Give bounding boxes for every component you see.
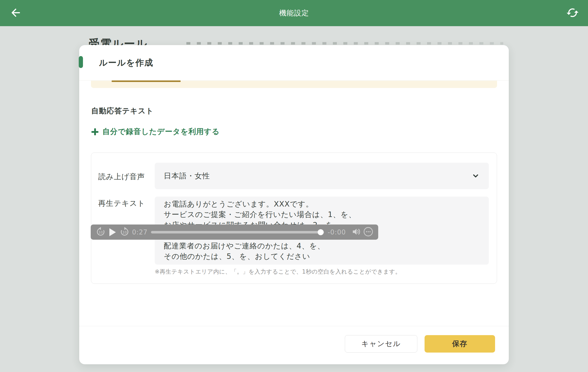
playback-text-label: 再生テキスト (98, 198, 145, 209)
svg-text:10: 10 (98, 230, 103, 234)
player-more-options-button[interactable] (362, 226, 374, 238)
modal-title: ルールを作成 (99, 57, 153, 69)
modal-body: 自動応答テキスト 自分で録音したデータを利用する 読み上げ音声 日本語・女性 再… (79, 80, 509, 326)
playback-text-note: ※再生テキストエリア内に、「。」を入力することで、1秒の空白を入れることができま… (155, 268, 401, 276)
back-button[interactable] (7, 5, 23, 21)
clipped-banner (91, 81, 497, 88)
forward-10-button[interactable]: 10 (119, 226, 131, 238)
app-header: 機能設定 (0, 0, 588, 26)
audio-player: 10 10 0:27 -0: (91, 224, 378, 240)
progress-bar[interactable] (151, 231, 324, 233)
volume-button[interactable] (350, 226, 362, 238)
play-icon (109, 228, 116, 236)
elapsed-time: 0:27 (132, 228, 147, 236)
use-own-recording-link[interactable]: 自分で録音したデータを利用する (91, 127, 220, 137)
rewind-10-button[interactable]: 10 (95, 226, 107, 238)
rewind-10-icon: 10 (95, 226, 106, 238)
modal-header: ルールを作成 (79, 45, 509, 80)
background-clipped-text (186, 42, 503, 45)
plus-icon (91, 128, 99, 136)
forward-10-icon: 10 (119, 226, 130, 238)
volume-icon (351, 226, 362, 238)
svg-text:10: 10 (122, 230, 127, 234)
back-arrow-icon (10, 7, 21, 19)
remaining-time: -0:00 (328, 228, 346, 236)
page-title: 機能設定 (279, 8, 309, 18)
player-progress-thumb[interactable] (318, 229, 324, 235)
cancel-button[interactable]: キャンセル (345, 335, 417, 353)
chevron-down-icon (471, 172, 480, 180)
auto-response-section-label: 自動応答テキスト (91, 106, 154, 116)
create-rule-modal: ルールを作成 自動応答テキスト 自分で録音したデータを利用する 読み上げ音声 日… (79, 45, 509, 364)
voice-select[interactable]: 日本語・女性 (155, 163, 489, 189)
ellipsis-icon (363, 226, 374, 238)
banner-tab-underline (112, 80, 181, 82)
voice-field-label: 読み上げ音声 (98, 172, 145, 182)
refresh-icon (566, 6, 579, 20)
voice-select-value: 日本語・女性 (164, 171, 210, 181)
tts-form-box: 読み上げ音声 日本語・女性 再生テキスト お電話ありがとうございます。XXXです… (91, 152, 497, 284)
use-own-recording-label: 自分で録音したデータを利用する (102, 127, 220, 137)
footer-divider (79, 326, 509, 326)
save-button[interactable]: 保存 (425, 335, 495, 353)
play-button[interactable] (107, 226, 119, 238)
progress-fill (151, 231, 321, 233)
refresh-button[interactable] (565, 5, 581, 21)
